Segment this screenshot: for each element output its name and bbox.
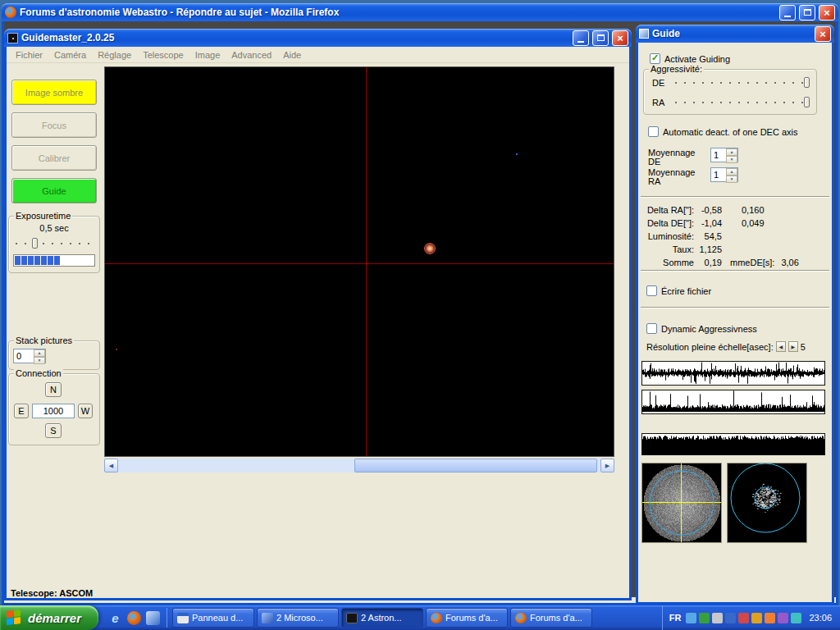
exposure-slider-thumb[interactable] xyxy=(32,238,38,249)
tray-icon[interactable] xyxy=(712,613,723,623)
tray-icon[interactable] xyxy=(686,613,696,623)
guidemaster-close-button[interactable]: × xyxy=(612,30,628,46)
tray-icon[interactable] xyxy=(765,613,775,623)
menu-telescope[interactable]: Telescope xyxy=(137,48,189,62)
spinner-arrows[interactable]: ▲ ▼ xyxy=(726,168,737,181)
moyennage-ra-spinner[interactable]: 1 ▲ ▼ xyxy=(710,167,738,182)
pulse-duration-field[interactable]: 1000 xyxy=(32,404,75,418)
tray-icon[interactable] xyxy=(699,613,710,623)
tray-icon[interactable] xyxy=(751,613,762,623)
control-panel-icon xyxy=(177,613,189,623)
spin-down-icon[interactable]: ▼ xyxy=(726,176,737,183)
taskbar-item-panneau[interactable]: Panneau d... xyxy=(172,608,254,628)
firefox-quicklaunch-icon[interactable] xyxy=(127,611,141,625)
moyennage-de-value: 1 xyxy=(711,148,726,162)
stack-pictures-label: Stack pictures xyxy=(14,336,74,346)
scroll-left-button[interactable]: ◀ xyxy=(104,459,118,472)
ra-aggressivity-slider[interactable] xyxy=(673,96,810,109)
spin-down-icon[interactable]: ▼ xyxy=(726,156,737,163)
guide-titlebar[interactable]: Guide × xyxy=(636,25,834,43)
windows-logo-icon xyxy=(7,609,23,626)
camera-image[interactable] xyxy=(104,66,614,457)
de-aggressivity-slider[interactable] xyxy=(673,76,810,89)
spinner-arrows[interactable]: ▲ ▼ xyxy=(34,349,45,363)
guide-close-button[interactable]: × xyxy=(815,26,831,42)
taskbar-item-forums-1[interactable]: Forums d'a... xyxy=(426,608,508,628)
guidemaster-minimize-button[interactable] xyxy=(573,30,589,46)
spin-up-icon[interactable]: ▲ xyxy=(726,168,737,176)
menu-image[interactable]: Image xyxy=(189,48,226,62)
start-button-label: démarrer xyxy=(28,611,81,625)
taskbar-item-astro-group[interactable]: 2 Astron... xyxy=(341,608,423,628)
app-quicklaunch-icon[interactable] xyxy=(146,611,160,625)
tray-icon[interactable] xyxy=(778,613,788,623)
activate-guiding-checkbox[interactable]: ✓ Activate Guiding xyxy=(650,53,730,64)
guide-app-icon xyxy=(639,29,649,39)
taux-readout: Taux: 1,125 xyxy=(643,243,829,256)
resolution-increase-button[interactable]: ▶ xyxy=(788,341,798,352)
readout-value: -1,04 xyxy=(694,218,722,228)
guidemaster-app-icon xyxy=(7,33,18,43)
auto-deact-checkbox[interactable]: Automatic deact. of one DEC axis xyxy=(648,126,797,137)
west-button[interactable]: W xyxy=(78,404,93,418)
tray-icon[interactable] xyxy=(791,613,801,623)
menu-reglage[interactable]: Réglage xyxy=(92,48,137,62)
menu-aide[interactable]: Aide xyxy=(277,48,307,62)
firefox-titlebar[interactable]: Forums d'astronomie Webastro - Répondre … xyxy=(2,3,838,21)
taskbar-tasks: Panneau d... 2 Microso... 2 Astron... Fo… xyxy=(172,608,592,628)
scrollbar-track[interactable] xyxy=(118,459,600,472)
taskbar-item-forums-2[interactable]: Forums d'a... xyxy=(510,608,592,628)
spin-up-icon[interactable]: ▲ xyxy=(34,349,45,357)
readout-extra: 0,160 xyxy=(742,205,765,215)
firefox-maximize-button[interactable] xyxy=(799,5,815,21)
dynamic-aggressivness-checkbox[interactable]: Dynamic Aggressivness xyxy=(646,323,757,334)
start-button[interactable]: démarrer xyxy=(0,605,98,630)
resolution-row: Résolution pleine échelle[asec]: ◀ ▶ 5 xyxy=(646,341,806,352)
scroll-right-button[interactable]: ▶ xyxy=(600,459,614,472)
ra-slider-thumb[interactable] xyxy=(804,97,810,107)
de-slider-thumb[interactable] xyxy=(804,77,810,88)
exposure-group: Exposuretime 0,5 sec xyxy=(8,216,100,273)
tray-icon[interactable] xyxy=(738,613,749,623)
guide-button[interactable]: Guide xyxy=(11,178,97,203)
image-hscrollbar[interactable]: ◀ ▶ xyxy=(104,459,614,472)
delta-de-readout: Delta DE["]: -1,04 0,049 xyxy=(643,217,829,230)
write-file-checkbox[interactable]: Écrire fichier xyxy=(646,285,711,296)
spin-down-icon[interactable]: ▼ xyxy=(34,357,45,364)
firefox-task-icon xyxy=(431,613,442,623)
taskbar-item-microsoft-group[interactable]: 2 Microso... xyxy=(257,608,339,628)
moyennage-ra-label: Moyennage RA xyxy=(648,168,696,186)
firefox-minimize-button[interactable] xyxy=(779,5,796,21)
exposure-slider[interactable] xyxy=(14,237,94,250)
guide-star[interactable] xyxy=(424,243,436,254)
menu-fichier[interactable]: Fichier xyxy=(10,48,48,62)
calibrate-button[interactable]: Calibrer xyxy=(11,145,97,171)
scrollbar-thumb[interactable] xyxy=(354,459,597,472)
menu-camera[interactable]: Caméra xyxy=(48,48,92,62)
tray-icon[interactable] xyxy=(725,613,736,623)
stack-pictures-spinner[interactable]: 0 ▲ ▼ xyxy=(13,349,46,363)
quick-launch: e xyxy=(102,608,167,628)
internet-explorer-icon[interactable]: e xyxy=(108,611,122,625)
hot-pixel xyxy=(116,349,117,350)
south-button[interactable]: S xyxy=(45,423,62,438)
guidemaster-maximize-button[interactable] xyxy=(592,30,609,46)
guidemaster-client: Image sombre Focus Calibrer Guide Exposu… xyxy=(7,63,629,598)
focus-button[interactable]: Focus xyxy=(11,112,97,138)
guidemaster-menubar: Fichier Caméra Réglage Telescope Image A… xyxy=(7,47,629,63)
dark-frame-button[interactable]: Image sombre xyxy=(11,80,97,105)
moyennage-de-spinner[interactable]: 1 ▲ ▼ xyxy=(710,148,738,162)
spinner-arrows[interactable]: ▲ ▼ xyxy=(726,148,737,162)
firefox-close-button[interactable]: × xyxy=(819,5,835,21)
north-button[interactable]: N xyxy=(45,382,62,397)
east-button[interactable]: E xyxy=(14,404,29,418)
resolution-decrease-button[interactable]: ◀ xyxy=(776,341,786,352)
guide-client: ✓ Activate Guiding Aggressivité: DE RA xyxy=(638,43,832,602)
readout-label: Delta DE["]: xyxy=(643,218,694,228)
guidemaster-titlebar[interactable]: Guidemaster_2.0.25 × xyxy=(4,29,632,47)
readout-extra: 0,049 xyxy=(742,218,765,228)
spin-up-icon[interactable]: ▲ xyxy=(726,148,737,156)
menu-advanced[interactable]: Advanced xyxy=(226,48,277,62)
language-indicator[interactable]: FR xyxy=(669,613,682,623)
check-icon: ✓ xyxy=(651,52,659,63)
